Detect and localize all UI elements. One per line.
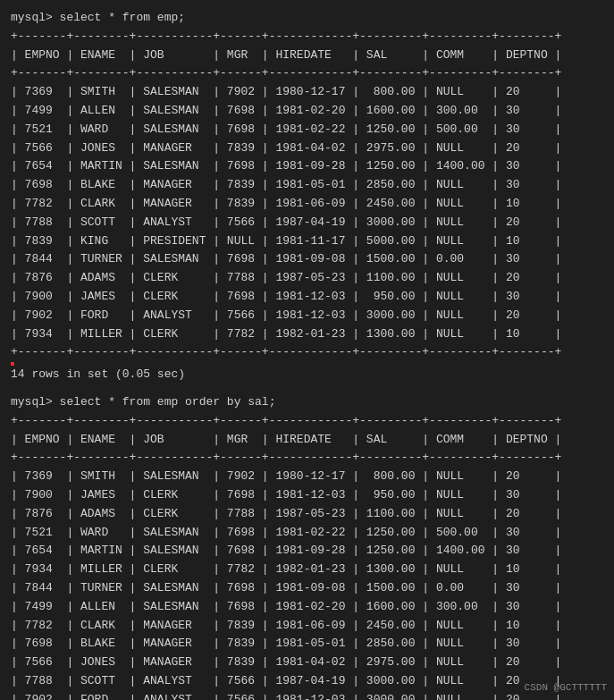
result1: 14 rows in set (0.05 sec) [11,366,603,384]
watermark: CSDN @GCTTTTTT [525,682,607,693]
table1-wrapper: +-------+--------+-----------+------+---… [11,28,561,362]
terminal: mysql> select * from emp; +-------+-----… [11,9,603,700]
table1: +-------+--------+-----------+------+---… [11,28,561,362]
table2: +-------+--------+-----------+------+---… [11,412,561,700]
section-query1: mysql> select * from emp; +-------+-----… [11,9,603,384]
prompt1: mysql> select * from emp; [11,9,603,28]
section-query2: mysql> select * from emp order by sal; +… [11,393,603,700]
table2-wrapper: +-------+--------+-----------+------+---… [11,412,561,700]
prompt2: mysql> select * from emp order by sal; [11,393,603,412]
